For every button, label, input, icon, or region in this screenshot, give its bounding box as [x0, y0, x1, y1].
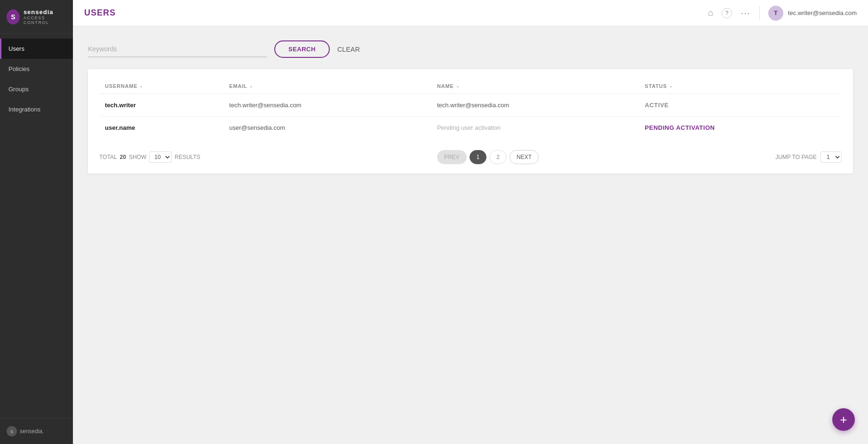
cell-email: user@sensedia.com: [223, 117, 431, 139]
table-card: USERNAME ⌄ EMAIL ⌄ NAME: [88, 69, 853, 174]
sidebar-logo: S sensedia ACCESS CONTROL: [0, 0, 73, 34]
next-button[interactable]: NEXT: [510, 150, 539, 164]
sidebar-item-users[interactable]: Users: [0, 39, 73, 59]
search-input[interactable]: [88, 41, 267, 57]
users-table: USERNAME ⌄ EMAIL ⌄ NAME: [99, 79, 842, 139]
bottom-logo-icon: s: [7, 426, 17, 436]
sort-status-icon: ⌄: [669, 84, 673, 88]
cell-username: user.name: [99, 117, 223, 139]
header: USERS ⌂ ? ⋯ T tec.writer@sensedia.com: [73, 0, 868, 26]
page-2-button[interactable]: 2: [489, 150, 507, 164]
pagination-controls: PREV 1 2 NEXT: [437, 150, 539, 164]
header-user: T tec.writer@sensedia.com: [768, 6, 857, 21]
sidebar: S sensedia ACCESS CONTROL Users Policies…: [0, 0, 73, 444]
avatar: T: [768, 6, 783, 21]
home-icon[interactable]: ⌂: [708, 8, 713, 18]
help-icon[interactable]: ?: [722, 8, 732, 18]
page-1-button[interactable]: 1: [470, 150, 487, 164]
jump-select[interactable]: 1 2: [820, 151, 842, 163]
sort-email-icon: ⌄: [249, 84, 254, 88]
show-label: SHOW: [129, 154, 146, 160]
clear-button[interactable]: CLEAR: [337, 46, 360, 53]
logo-text: sensedia ACCESS CONTROL: [24, 8, 66, 25]
col-status[interactable]: STATUS ⌄: [639, 79, 842, 94]
sidebar-bottom-logo: s sensedia.: [7, 426, 44, 436]
col-email[interactable]: EMAIL ⌄: [223, 79, 431, 94]
cell-name: tech.writer@sensedia.com: [431, 94, 639, 117]
sort-username-icon: ⌄: [139, 84, 143, 88]
cell-status: ACTIVE: [639, 94, 842, 117]
header-right: ⌂ ? ⋯ T tec.writer@sensedia.com: [708, 6, 857, 21]
add-user-button[interactable]: +: [832, 408, 855, 431]
sidebar-nav: Users Policies Groups Integrations: [0, 34, 73, 418]
jump-to-page: JUMP TO PAGE 1 2: [775, 151, 842, 163]
header-divider: [759, 6, 760, 20]
sidebar-item-integrations[interactable]: Integrations: [0, 99, 73, 119]
search-button[interactable]: SEARCH: [274, 40, 330, 58]
grid-icon[interactable]: ⋯: [741, 8, 751, 19]
cell-username: tech.writer: [99, 94, 223, 117]
cell-status: PENDING ACTIVATION: [639, 117, 842, 139]
user-email: tec.writer@sensedia.com: [788, 9, 857, 16]
cell-name: Pending user activation: [431, 117, 639, 139]
table-header: USERNAME ⌄ EMAIL ⌄ NAME: [99, 79, 842, 94]
pagination: TOTAL 20 SHOW 10 20 50 RESULTS PREV 1 2: [99, 150, 842, 164]
sidebar-item-policies[interactable]: Policies: [0, 59, 73, 79]
jump-label: JUMP TO PAGE: [775, 154, 817, 160]
total-count: 20: [120, 154, 126, 160]
show-select[interactable]: 10 20 50: [149, 151, 172, 163]
main-area: USERS ⌂ ? ⋯ T tec.writer@sensedia.com SE…: [73, 0, 868, 444]
sidebar-bottom: s sensedia.: [0, 418, 73, 444]
search-bar: SEARCH CLEAR: [88, 40, 853, 58]
logo-sub: ACCESS CONTROL: [24, 16, 66, 25]
cell-email: tech.writer@sensedia.com: [223, 94, 431, 117]
table-row[interactable]: tech.writer tech.writer@sensedia.com tec…: [99, 94, 842, 117]
total-label: TOTAL: [99, 154, 117, 160]
page-title: USERS: [84, 8, 116, 18]
sidebar-item-groups[interactable]: Groups: [0, 79, 73, 99]
sort-name-icon: ⌄: [456, 84, 460, 88]
table-row[interactable]: user.name user@sensedia.com Pending user…: [99, 117, 842, 139]
col-username[interactable]: USERNAME ⌄: [99, 79, 223, 94]
pagination-info: TOTAL 20 SHOW 10 20 50 RESULTS: [99, 151, 200, 163]
bottom-logo-text: sensedia.: [20, 428, 44, 435]
table-body: tech.writer tech.writer@sensedia.com tec…: [99, 94, 842, 139]
logo-icon: S: [7, 9, 20, 24]
logo-name: sensedia: [24, 8, 66, 16]
col-name[interactable]: NAME ⌄: [431, 79, 639, 94]
results-label: RESULTS: [175, 154, 200, 160]
content-area: SEARCH CLEAR USERNAME ⌄: [73, 26, 868, 444]
prev-button[interactable]: PREV: [437, 150, 467, 164]
